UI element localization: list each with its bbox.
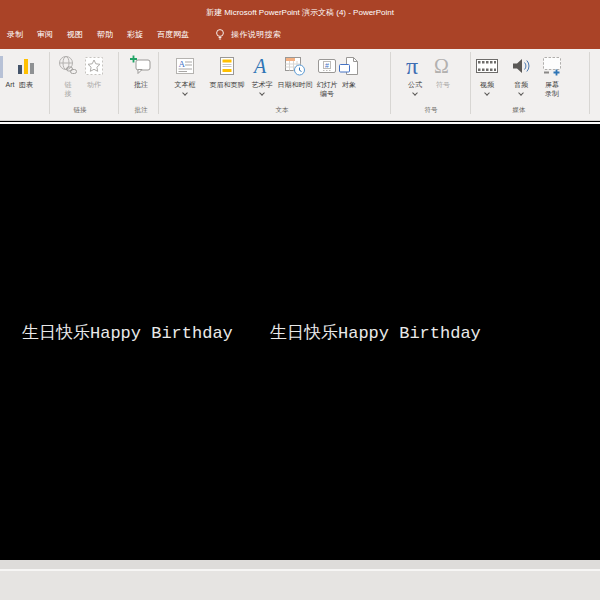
tab-caixuan[interactable]: 彩旋: [127, 29, 143, 40]
group-label-comments: 批注: [121, 106, 161, 115]
audio-dropdown-caret: [518, 90, 524, 96]
title-bar: 新建 Microsoft PowerPoint 演示文稿 (4) - Power…: [0, 0, 600, 24]
chart-label: 图表: [8, 80, 44, 89]
wordart-dropdown-caret: [259, 90, 265, 96]
equation-pi-icon: π: [399, 52, 431, 78]
ribbon: Art 图表 链: [0, 49, 600, 121]
ribbon-tab-band: 录制 审阅 视图 帮助 彩旋 百度网盘 操作说明搜索: [0, 24, 600, 49]
object-button[interactable]: 对象: [335, 52, 363, 89]
symbol-button: Ω 符号: [428, 52, 458, 89]
action-icon: [78, 52, 110, 78]
svg-text:A: A: [179, 59, 186, 69]
tell-me-search[interactable]: 操作说明搜索: [215, 28, 281, 42]
video-label: 视频: [470, 80, 504, 89]
object-icon: [335, 52, 363, 78]
equation-label: 公式: [399, 80, 431, 89]
slide-area[interactable]: 生日快乐Happy Birthday 生日快乐Happy Birthday: [0, 124, 600, 560]
video-icon: [470, 52, 504, 78]
screen-record-label-1: 屏幕: [536, 80, 568, 89]
slide-text-left: 生日快乐Happy Birthday: [22, 321, 233, 344]
svg-text:A: A: [252, 55, 267, 77]
group-label-media: 媒体: [499, 106, 539, 115]
window-title: 新建 Microsoft PowerPoint 演示文稿 (4) - Power…: [206, 7, 394, 18]
powerpoint-window: 新建 Microsoft PowerPoint 演示文稿 (4) - Power…: [0, 0, 600, 600]
textbox-label: 文本框: [167, 80, 203, 89]
comment-button[interactable]: 批注: [123, 52, 159, 89]
equation-button[interactable]: π 公式: [399, 52, 431, 95]
symbol-omega-icon: Ω: [428, 52, 458, 78]
group-label-links: 链接: [60, 106, 100, 115]
svg-text:Ω: Ω: [434, 55, 449, 77]
action-button: 动作: [78, 52, 110, 89]
chart-icon: [8, 52, 44, 78]
comment-label: 批注: [123, 80, 159, 89]
action-label: 动作: [78, 80, 110, 89]
screen-record-icon: [536, 52, 568, 78]
screen-record-label-2: 录制: [536, 89, 568, 98]
video-dropdown-caret: [484, 90, 490, 96]
status-bar: [0, 571, 600, 600]
slide-number-label-2: 编号: [311, 89, 343, 98]
object-label: 对象: [335, 80, 363, 89]
group-label-text: 文本: [262, 106, 302, 115]
search-label: 操作说明搜索: [231, 29, 281, 40]
textbox-icon: A: [167, 52, 203, 78]
ribbon-separator: [118, 52, 119, 114]
audio-icon: [504, 52, 538, 78]
ribbon-separator: [390, 52, 391, 114]
lightbulb-icon: [215, 28, 225, 42]
chart-button[interactable]: 图表: [8, 52, 44, 89]
tab-baidu-netdisk[interactable]: 百度网盘: [157, 29, 189, 40]
screen-record-button[interactable]: 屏幕 录制: [536, 52, 568, 98]
tab-help[interactable]: 帮助: [97, 29, 113, 40]
tab-record[interactable]: 录制: [7, 29, 23, 40]
link-label-2: 接: [52, 89, 84, 98]
tab-view[interactable]: 视图: [67, 29, 83, 40]
textbox-button[interactable]: A 文本框: [167, 52, 203, 95]
tab-review[interactable]: 审阅: [37, 29, 53, 40]
equation-dropdown-caret: [412, 90, 418, 96]
new-comment-icon: [123, 52, 159, 78]
audio-button[interactable]: 音频: [504, 52, 538, 95]
ribbon-separator: [49, 52, 50, 114]
ribbon-separator: [589, 52, 590, 114]
bottom-strip: [0, 560, 600, 569]
video-button[interactable]: 视频: [470, 52, 504, 95]
symbol-label: 符号: [428, 80, 458, 89]
audio-label: 音频: [504, 80, 538, 89]
svg-text:π: π: [406, 54, 418, 78]
group-label-symbols: 符号: [411, 106, 451, 115]
slide-text-right: 生日快乐Happy Birthday: [270, 321, 481, 344]
ribbon-separator: [158, 52, 159, 114]
textbox-dropdown-caret: [182, 90, 188, 96]
svg-text:#: #: [325, 62, 329, 69]
